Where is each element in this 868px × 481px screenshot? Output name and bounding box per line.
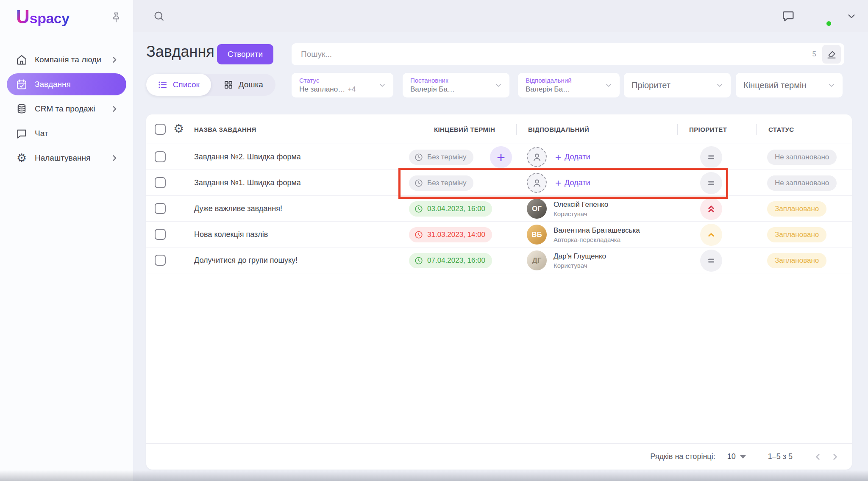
settings-gear-icon: ⚙ (15, 152, 28, 164)
view-board-tab[interactable]: Дошка (211, 74, 276, 96)
priority-high-icon[interactable] (700, 224, 722, 246)
filter-value: Кінцевий термін (743, 81, 824, 90)
create-task-button[interactable]: Створити (217, 44, 273, 64)
column-divider (396, 124, 396, 135)
column-header-responsible[interactable]: ВІДПОВІДАЛЬНИЙ (528, 126, 589, 133)
sidebar-pin-icon[interactable] (110, 11, 122, 23)
row-checkbox[interactable] (155, 255, 166, 266)
table-header-row: ⚙ НАЗВА ЗАВДАННЯ КІНЦЕВИЙ ТЕРМІН ВІДПОВІ… (146, 114, 852, 144)
table-row[interactable]: Завдання №2. Швидка форма Без терміну + … (146, 144, 852, 170)
crm-database-icon (15, 103, 28, 115)
due-date-chip[interactable]: 03.04.2023, 16:00 (409, 201, 492, 217)
assignee-avatar: ДГ (527, 250, 547, 270)
filter-author[interactable]: Постановник Валерія Ба… (403, 73, 509, 97)
due-date-chip[interactable]: Без терміну (409, 175, 473, 191)
filter-responsible[interactable]: Відповідальний Валерія Ба… (518, 73, 620, 97)
status-badge[interactable]: Не заплановано (767, 150, 837, 165)
column-header-priority[interactable]: ПРІОРИТЕТ (689, 126, 727, 133)
task-title[interactable]: Дуже важливе завдання! (194, 204, 282, 213)
prev-page-button[interactable] (810, 448, 826, 465)
assignee-role: Авторка-перекладачка (554, 236, 640, 243)
profile-chevron-down-icon[interactable] (846, 11, 857, 22)
due-date-chip[interactable]: Без терміну (409, 150, 473, 165)
tasks-search-input[interactable] (301, 50, 812, 59)
plus-icon: + (555, 178, 561, 188)
priority-normal-icon[interactable] (700, 172, 722, 194)
filter-status[interactable]: Статус Не заплано…+4 (292, 73, 393, 97)
row-checkbox[interactable] (155, 229, 166, 240)
add-assignee[interactable]: +Додати (527, 147, 590, 167)
board-view-icon (223, 80, 234, 90)
table-row-highlighted[interactable]: Завдання №1. Швидка форма Без терміну +Д… (146, 170, 852, 196)
assignee[interactable]: ОГ Олексій Гепенко Користувач (527, 199, 608, 219)
filter-due-date[interactable]: Кінцевий термін (736, 73, 843, 97)
row-checkbox[interactable] (155, 203, 166, 214)
user-avatar[interactable] (810, 5, 832, 27)
task-title[interactable]: Завдання №2. Швидка форма (194, 153, 301, 161)
plus-icon: + (555, 152, 561, 162)
task-title[interactable]: Долучитися до групи пошуку! (194, 256, 298, 265)
status-badge[interactable]: Заплановано (767, 201, 826, 217)
next-page-button[interactable] (826, 448, 843, 465)
status-badge[interactable]: Заплановано (767, 253, 826, 268)
assignee[interactable]: ВБ Валентина Браташевська Авторка-перекл… (527, 225, 640, 245)
pagination-footer: Рядків на сторінці: 10 1–5 з 5 (146, 443, 852, 470)
view-list-tab[interactable]: Список (146, 74, 211, 96)
row-checkbox[interactable] (155, 177, 166, 188)
priority-normal-icon[interactable] (700, 146, 722, 168)
filter-value: Валерія Ба… (410, 85, 491, 94)
due-date-chip[interactable]: 07.04.2023, 16:00 (409, 253, 492, 268)
column-divider (756, 124, 757, 135)
chevron-right-icon (110, 105, 119, 113)
logo-wordmark: spacy (30, 10, 70, 27)
column-header-name[interactable]: НАЗВА ЗАВДАННЯ (194, 126, 256, 133)
pagination-range: 1–5 з 5 (768, 452, 793, 461)
task-title[interactable]: Завдання №1. Швидка форма (194, 178, 301, 187)
table-row[interactable]: Дуже важливе завдання! 03.04.2023, 16:00… (146, 196, 852, 222)
filter-priority[interactable]: Пріоритет (624, 73, 731, 97)
filter-label: Постановник (410, 77, 491, 84)
sidebar-item-company[interactable]: Компанія та люди (7, 49, 126, 71)
add-assignee[interactable]: +Додати (527, 173, 590, 193)
view-toggle: Список Дошка (146, 74, 275, 96)
column-header-due[interactable]: КІНЦЕВИЙ ТЕРМІН (434, 126, 495, 133)
status-badge[interactable]: Не заплановано (767, 175, 837, 191)
chat-bubble-icon[interactable] (782, 9, 795, 23)
assignee-name: Дар'я Глущенко (554, 252, 606, 261)
assignee-name: Олексій Гепенко (554, 200, 608, 209)
priority-normal-icon[interactable] (700, 250, 722, 272)
column-header-status[interactable]: СТАТУС (768, 126, 794, 133)
table-row[interactable]: Нова колекція пазлів 31.03.2023, 14:00 В… (146, 222, 852, 247)
sidebar-item-chat[interactable]: Чат (7, 122, 126, 145)
rows-per-page-select[interactable]: 10 (727, 452, 746, 461)
list-view-icon (158, 80, 168, 90)
chevron-down-icon (378, 81, 387, 89)
page-title: Завдання (146, 43, 214, 61)
assignee-name: Валентина Браташевська (554, 226, 640, 235)
assignee[interactable]: ДГ Дар'я Глущенко Користувач (527, 250, 606, 270)
priority-highest-icon[interactable] (700, 198, 722, 220)
due-date-chip[interactable]: 31.03.2023, 14:00 (409, 227, 492, 242)
clock-icon (414, 153, 423, 162)
assignee-role: Користувач (554, 262, 606, 269)
select-all-checkbox[interactable] (155, 124, 166, 135)
assignee-placeholder-icon (527, 173, 547, 193)
search-results-count: 5 (812, 50, 816, 58)
row-checkbox[interactable] (155, 151, 166, 162)
sidebar-item-settings[interactable]: ⚙ Налаштування (7, 147, 126, 169)
chevron-down-icon (604, 81, 613, 89)
global-search-icon[interactable] (153, 10, 165, 22)
uspacy-logo[interactable]: Uspacy (16, 8, 70, 27)
task-title[interactable]: Нова колекція пазлів (194, 230, 268, 239)
home-icon (15, 53, 28, 66)
sidebar-item-label: Налаштування (35, 153, 110, 163)
sidebar-item-crm[interactable]: CRM та продажі (7, 98, 126, 120)
table-row[interactable]: Долучитися до групи пошуку! 07.04.2023, … (146, 247, 852, 273)
table-settings-gear-icon[interactable]: ⚙ (173, 123, 184, 135)
clear-filters-button[interactable] (822, 45, 841, 64)
sidebar-item-tasks[interactable]: Завдання (7, 73, 126, 95)
quick-add-plus-button[interactable]: + (490, 146, 512, 168)
status-badge[interactable]: Заплановано (767, 227, 826, 242)
filter-value: Не заплано… (299, 85, 345, 93)
filter-value: Пріоритет (632, 81, 712, 90)
